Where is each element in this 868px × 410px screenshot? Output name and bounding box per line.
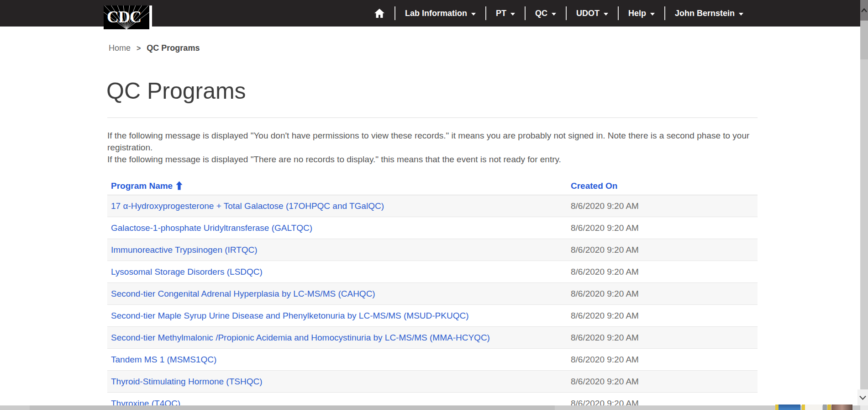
sliver-blue-segment [779,405,800,410]
program-name-link[interactable]: Second-tier Maple Syrup Urine Disease an… [111,311,469,320]
nav-item-label: QC [535,9,547,18]
nav-item-label: John Bernstein [675,9,735,18]
nav-separator [566,6,567,20]
horizontal-scrollbar-thumb[interactable] [30,405,555,410]
created-on-cell: 8/6/2020 9:20 AM [571,223,758,233]
sliver-yellow-segment [827,405,831,410]
intro-line-3: If the following message is displayed "T… [107,154,774,165]
created-on-cell: 8/6/2020 9:20 AM [571,399,758,406]
program-name-cell: 17 α-Hydroxyprogesterone + Total Galacto… [107,201,571,211]
sliver-yellow-segment [802,405,805,410]
program-name-link[interactable]: Thyroxine (T4QC) [111,399,180,406]
breadcrumb-separator: > [137,44,141,53]
created-on-cell: 8/6/2020 9:20 AM [571,377,758,387]
chevron-down-icon [650,13,655,16]
title-divider [107,117,758,118]
program-name-cell: Thyroid-Stimulating Hormone (TSHQC) [107,377,571,387]
cdc-logo-text: CDC [107,7,141,27]
chevron-down-icon [510,13,515,16]
column-header-created-on[interactable]: Created On [571,181,758,191]
nav-separator [664,6,665,20]
created-on-cell: 8/6/2020 9:20 AM [571,311,758,321]
column-header-created-on-label: Created On [571,181,617,191]
program-name-link[interactable]: Thyroid-Stimulating Hormone (TSHQC) [111,377,263,386]
vertical-scrollbar-thumb[interactable] [860,21,868,59]
scroll-down-button[interactable] [857,389,868,405]
column-header-program-name[interactable]: Program Name [107,181,571,191]
created-on-cell: 8/6/2020 9:20 AM [571,201,758,211]
sliver-light-segment [805,405,822,410]
intro-line-1: If the following message is displayed "Y… [107,130,774,142]
program-name-link[interactable]: Second-tier Methylmalonic /Propionic Aci… [111,333,490,342]
nav-separator [525,6,526,20]
sliver-yellow-segment [775,405,779,410]
background-window-sliver [775,405,854,410]
program-name-cell: Galactose-1-phosphate Uridyltransferase … [107,223,571,233]
sliver-gray-segment [823,405,827,410]
program-name-cell: Immunoreactive Trypsinogen (IRTQC) [107,245,571,255]
program-name-cell: Thyroxine (T4QC) [107,399,571,406]
nav-separator [485,6,486,20]
created-on-cell: 8/6/2020 9:20 AM [571,355,758,365]
cdc-logo[interactable]: CDC [104,5,152,29]
scrollbar-corner [860,405,868,410]
program-name-link[interactable]: Galactose-1-phosphate Uridyltransferase … [111,223,312,233]
top-navigation-bar: CDC Lab InformationPTQCUDOTHelpJohn Bern… [0,0,860,27]
breadcrumb-current-page: QC Programs [147,43,200,53]
main-navigation: Lab InformationPTQCUDOTHelpJohn Bernstei… [364,0,753,27]
page-title: QC Programs [106,78,246,104]
table-row: Second-tier Congenital Adrenal Hyperplas… [107,283,758,305]
chevron-down-icon [552,13,556,16]
nav-separator [618,6,619,20]
chevron-down-icon [859,395,866,400]
browser-viewport: CDC Lab InformationPTQCUDOTHelpJohn Bern… [0,0,868,410]
nav-item-qc[interactable]: QC [526,0,566,27]
sliver-brown-segment [831,405,852,410]
nav-separator [395,6,395,20]
nav-item-udot[interactable]: UDOT [567,0,618,27]
program-name-cell: Second-tier Methylmalonic /Propionic Aci… [107,333,571,343]
table-row: Thyroxine (T4QC)8/6/2020 9:20 AM [107,393,758,405]
vertical-scrollbar[interactable] [860,0,868,410]
nav-item-label: Help [628,9,646,18]
intro-text: If the following message is displayed "Y… [107,130,774,165]
column-header-program-name-label: Program Name [111,181,173,191]
chevron-down-icon [604,13,608,16]
program-name-link[interactable]: Second-tier Congenital Adrenal Hyperplas… [111,289,375,298]
nav-item-label: UDOT [576,9,600,18]
program-name-cell: Second-tier Congenital Adrenal Hyperplas… [107,289,571,299]
program-name-cell: Second-tier Maple Syrup Urine Disease an… [107,311,571,321]
breadcrumb: Home > QC Programs [109,43,200,53]
table-row: 17 α-Hydroxyprogesterone + Total Galacto… [107,195,758,217]
breadcrumb-home-link[interactable]: Home [109,43,131,53]
created-on-cell: 8/6/2020 9:20 AM [571,333,758,343]
created-on-cell: 8/6/2020 9:20 AM [571,267,758,277]
nav-item-help[interactable]: Help [619,0,664,27]
nav-item-lab-information[interactable]: Lab Information [395,0,485,27]
table-row: Second-tier Methylmalonic /Propionic Aci… [107,327,758,349]
horizontal-scrollbar[interactable] [0,405,860,410]
program-name-link[interactable]: 17 α-Hydroxyprogesterone + Total Galacto… [111,201,384,211]
table-header-row: Program Name Created On [107,177,758,195]
created-on-cell: 8/6/2020 9:20 AM [571,289,758,299]
program-name-link[interactable]: Tandem MS 1 (MSMS1QC) [111,355,216,364]
intro-line-2: registration. [107,142,774,154]
nav-item-pt[interactable]: PT [486,0,525,27]
table-row: Galactose-1-phosphate Uridyltransferase … [107,217,758,239]
table-row: Tandem MS 1 (MSMS1QC)8/6/2020 9:20 AM [107,349,758,371]
qc-programs-table: Program Name Created On 17 α-Hydroxyprog… [107,177,758,405]
scroll-up-button[interactable] [860,0,868,21]
chevron-down-icon [471,13,476,16]
nav-item-user-john-bernstein[interactable]: John Bernstein [665,0,753,27]
home-icon [374,8,385,18]
program-name-link[interactable]: Immunoreactive Trypsinogen (IRTQC) [111,245,258,255]
sort-ascending-icon [176,181,183,190]
program-name-link[interactable]: Lysosomal Storage Disorders (LSDQC) [111,267,263,277]
chevron-down-icon [739,13,743,16]
program-name-cell: Lysosomal Storage Disorders (LSDQC) [107,267,571,277]
table-row: Immunoreactive Trypsinogen (IRTQC)8/6/20… [107,239,758,261]
table-row: Lysosomal Storage Disorders (LSDQC)8/6/2… [107,261,758,283]
nav-item-home[interactable] [364,0,395,27]
table-row: Thyroid-Stimulating Hormone (TSHQC)8/6/2… [107,371,758,393]
nav-item-label: PT [496,9,506,18]
